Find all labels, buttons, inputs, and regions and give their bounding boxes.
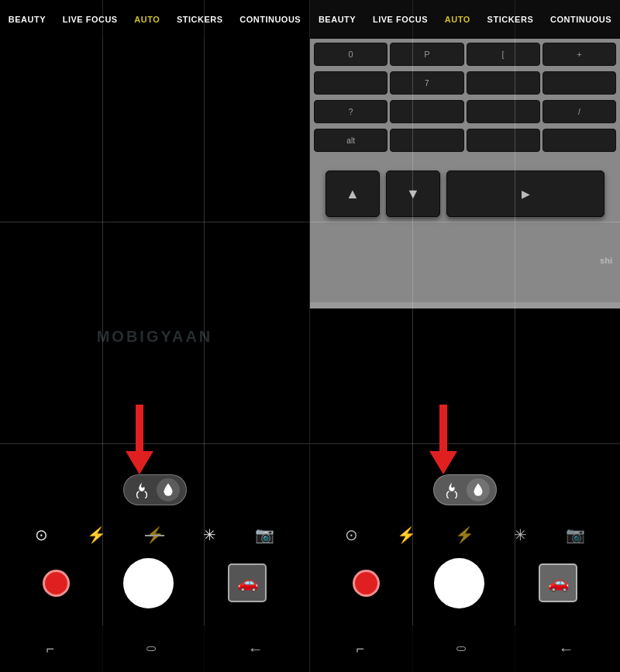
right-shutter-row: 🚗 [310, 556, 620, 610]
left-nav-home[interactable] [146, 646, 156, 651]
right-toggle-icon-drop[interactable] [467, 478, 490, 501]
right-toggle-icon-flame[interactable] [440, 478, 463, 501]
left-arrow-shaft [136, 405, 143, 451]
left-gallery-thumb[interactable]: 🚗 [228, 563, 267, 602]
right-panel: 0 P [ + 7 ? / alt [310, 0, 620, 672]
left-shutter-row: 🚗 [0, 556, 309, 610]
right-menu-auto[interactable]: AUTO [445, 15, 470, 24]
left-nav-back[interactable]: ⌐ [46, 641, 54, 657]
left-menu-auto[interactable]: AUTO [134, 15, 160, 24]
right-lightning-icon[interactable]: ⚡ [455, 526, 474, 544]
right-star-icon[interactable]: ✳ [514, 526, 527, 544]
left-toggle-switch[interactable] [123, 474, 187, 505]
left-top-menu: BEAUTY LIVE FOCUS AUTO STICKERS CONTINUO… [0, 0, 309, 39]
right-shutter-button[interactable] [434, 558, 484, 608]
right-menu-stickers[interactable]: STICKERS [487, 15, 534, 24]
right-record-button[interactable] [353, 570, 380, 597]
left-toggle-icon-drop[interactable] [157, 478, 180, 501]
left-flash-icon[interactable]: ⚡ [87, 526, 106, 544]
left-gallery-icon[interactable]: ⊙ [35, 526, 48, 544]
left-menu-beauty[interactable]: BEAUTY [9, 15, 46, 24]
left-arrow-indicator [126, 405, 153, 474]
right-toggle-switch[interactable] [433, 474, 497, 505]
right-nav-back[interactable]: ⌐ [356, 641, 365, 657]
right-arrow-shaft [439, 405, 447, 451]
left-nav-bar: ⌐ ← [0, 625, 309, 672]
right-gallery-icon[interactable]: ⊙ [345, 526, 358, 544]
right-nav-recents[interactable]: ← [558, 640, 574, 658]
left-panel: BEAUTY LIVE FOCUS AUTO STICKERS CONTINUO… [0, 0, 310, 672]
right-toggle-row [310, 470, 620, 509]
left-menu-stickers[interactable]: STICKERS [177, 15, 223, 24]
right-arrow-indicator [429, 405, 457, 474]
left-shutter-button[interactable] [123, 558, 174, 608]
left-menu-livefocus[interactable]: LIVE FOCUS [63, 15, 118, 24]
right-nav-bar: ⌐ ← [310, 625, 620, 672]
left-record-button[interactable] [43, 570, 70, 597]
right-menu-livefocus[interactable]: LIVE FOCUS [373, 15, 428, 24]
right-top-menu: BEAUTY LIVE FOCUS AUTO STICKERS CONTINUO… [310, 0, 620, 39]
left-lightning-icon[interactable]: ⚡ [145, 526, 164, 544]
left-settings-row: ⊙ ⚡ ⚡ ✳ 📷 [0, 517, 309, 552]
right-flash-icon[interactable]: ⚡ [397, 526, 416, 544]
left-camera-flip-icon[interactable]: 📷 [255, 526, 274, 544]
left-watermark: MOBIGYAAN [97, 327, 213, 345]
right-menu-beauty[interactable]: BEAUTY [319, 15, 356, 24]
right-settings-row: ⊙ ⚡ ⚡ ✳ 📷 [310, 517, 620, 552]
right-camera-flip-icon[interactable]: 📷 [566, 526, 585, 544]
right-nav-home[interactable] [456, 646, 466, 651]
right-menu-continuous[interactable]: CONTINUOUS [550, 15, 611, 24]
right-gallery-thumb[interactable]: 🚗 [539, 563, 577, 602]
left-menu-continuous[interactable]: CONTINUOUS [239, 15, 301, 24]
left-toggle-icon-flame[interactable] [130, 478, 153, 501]
app-container: BEAUTY LIVE FOCUS AUTO STICKERS CONTINUO… [0, 0, 620, 672]
left-toggle-row [0, 470, 309, 509]
left-star-icon[interactable]: ✳ [203, 526, 216, 544]
left-nav-recents[interactable]: ← [248, 640, 264, 658]
